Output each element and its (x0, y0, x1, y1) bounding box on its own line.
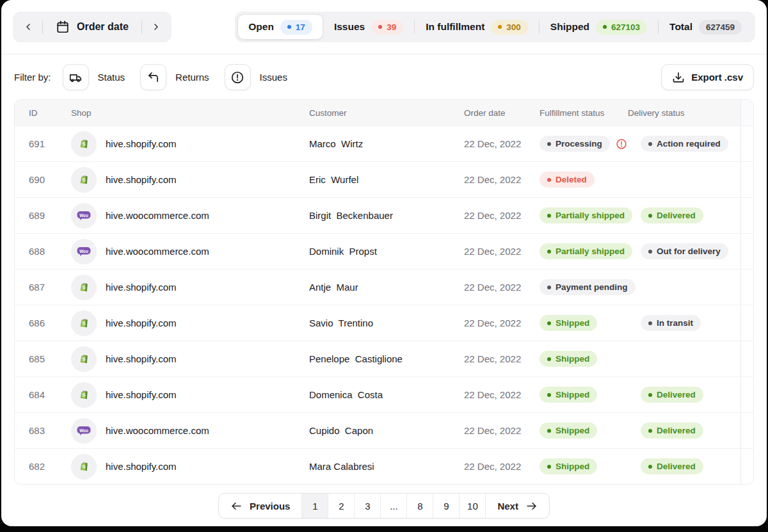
woocommerce-icon: Woo (76, 246, 92, 257)
shopify-icon: S (77, 316, 91, 330)
corner-up-left-icon (147, 70, 160, 84)
fulfillment-badge: Partially shipped (540, 243, 632, 259)
page-button[interactable]: 10 (459, 494, 485, 518)
page-button[interactable]: 3 (354, 494, 380, 518)
arrow-right-icon (525, 500, 538, 512)
tab-label: Total (669, 21, 692, 33)
customer-name: Eric Wurfel (309, 174, 464, 185)
pagination: Previous 123...8910 Next (218, 493, 550, 519)
customer-name: Domenica Costa (309, 389, 464, 400)
shop-avatar: S Woo (71, 239, 97, 264)
shop-avatar: S Woo (71, 275, 97, 300)
status-dot (648, 142, 652, 146)
order-date: 22 Dec, 2022 (464, 210, 540, 221)
order-date: 22 Dec, 2022 (464, 389, 540, 400)
shopify-icon: S (77, 173, 91, 186)
returns-filter-button[interactable] (140, 64, 166, 90)
row-gutter (740, 234, 753, 269)
row-gutter (740, 270, 753, 305)
calendar-icon (56, 20, 70, 34)
svg-text:S: S (82, 320, 86, 326)
row-gutter (740, 377, 753, 412)
status-filter-button[interactable] (63, 64, 89, 90)
count: 39 (387, 22, 396, 32)
svg-text:Woo: Woo (79, 248, 88, 253)
table-row[interactable]: 684 S Woo hive.shopify.com Domenica Cost… (15, 376, 753, 412)
status-dot (648, 214, 652, 218)
filter-by-label: Filter by: (14, 72, 51, 83)
page-button[interactable]: 1 (301, 494, 328, 518)
col-id: ID (15, 108, 60, 118)
table-header: ID Shop Customer Order date Fulfillment … (15, 100, 753, 125)
table-row[interactable]: 688 S Woo hive.woocommerce.com Dominik P… (15, 233, 753, 269)
previous-page-button[interactable]: Previous (219, 494, 301, 518)
tab-open[interactable]: Open 17 (237, 14, 323, 40)
order-id: 689 (15, 210, 60, 221)
status-dot (648, 429, 652, 433)
shop-domain: hive.shopify.com (106, 282, 177, 293)
chevron-right-icon (151, 22, 161, 32)
delivery-badge: Delivered (641, 387, 703, 403)
delivery-label: In transit (657, 318, 693, 328)
count: 300 (506, 22, 521, 32)
shopify-icon: S (77, 280, 91, 294)
delivery-badge: Action required (641, 136, 728, 152)
order-date: 22 Dec, 2022 (464, 318, 540, 328)
tab-shipped[interactable]: Shipped 627103 (540, 14, 658, 40)
table-row[interactable]: 687 S Woo hive.shopify.com Antje Maur 22… (15, 269, 753, 305)
svg-text:S: S (82, 284, 86, 290)
page-button[interactable]: 2 (328, 494, 354, 518)
svg-text:Woo: Woo (79, 428, 88, 432)
fulfillment-badge: Shipped (540, 458, 597, 474)
table-row[interactable]: 689 S Woo hive.woocommerce.com Birgit Be… (15, 197, 753, 233)
date-mode-label: Order date (77, 21, 129, 33)
delivery-label: Out for delivery (657, 246, 721, 256)
shop-avatar: S Woo (71, 454, 97, 480)
fulfillment-label: Partially shipped (556, 211, 625, 220)
truck-icon (68, 70, 83, 85)
fulfillment-label: Processing (556, 139, 602, 149)
order-date-button[interactable]: Order date (43, 20, 141, 34)
shop-avatar: S Woo (71, 167, 97, 193)
table-row[interactable]: 686 S Woo hive.shopify.com Savio Trentin… (15, 305, 753, 341)
previous-label: Previous (250, 501, 290, 512)
table-row[interactable]: 690 S Woo hive.shopify.com Eric Wurfel 2… (15, 161, 753, 197)
next-page-button[interactable]: Next (485, 494, 549, 518)
prev-date-button[interactable] (14, 12, 42, 42)
order-date: 22 Dec, 2022 (464, 282, 540, 293)
export-csv-button[interactable]: Export .csv (661, 64, 754, 90)
page-button[interactable]: 9 (433, 494, 459, 518)
shop-avatar: S Woo (71, 131, 97, 157)
header-gutter (740, 100, 753, 125)
export-label: Export .csv (691, 72, 743, 83)
svg-text:S: S (82, 141, 86, 147)
fulfillment-badge: Deleted (540, 172, 595, 188)
next-date-button[interactable] (142, 12, 170, 42)
shopify-icon: S (77, 460, 91, 473)
tab-in-fulfillment[interactable]: In fulfillment 300 (415, 14, 539, 40)
tab-label: In fulfillment (426, 21, 484, 33)
alert-icon (616, 138, 627, 150)
count: 627103 (611, 22, 640, 32)
order-date: 22 Dec, 2022 (464, 353, 540, 364)
fulfillment-label: Shipped (556, 354, 589, 364)
table-row[interactable]: 685 S Woo hive.shopify.com Penelope Cast… (15, 341, 753, 376)
tab-issues[interactable]: Issues 39 (323, 14, 414, 40)
status-dot (648, 393, 652, 397)
tab-total[interactable]: Total 627459 (659, 14, 753, 40)
page-button[interactable]: 8 (406, 494, 433, 518)
table-row[interactable]: 682 S Woo hive.shopify.com Mara Calabres… (15, 448, 753, 484)
fulfillment-label: Shipped (556, 390, 589, 399)
col-fulfillment-status: Fulfillment status (540, 108, 628, 118)
alert-circle-icon[interactable] (225, 64, 251, 90)
table-row[interactable]: 691 S Woo hive.shopify.com Marco Wirtz 2… (15, 125, 753, 161)
shop-avatar: S Woo (71, 346, 97, 372)
delivery-badge: In transit (641, 315, 701, 331)
fulfillment-label: Shipped (556, 462, 589, 471)
table-row[interactable]: 683 S Woo hive.woocommerce.com Cupido Ca… (15, 412, 753, 448)
delivery-badge: Out for delivery (641, 243, 728, 259)
filter-returns: Returns (140, 64, 209, 90)
issues-filter-label: Issues (260, 72, 287, 83)
customer-name: Birgit Beckenbauer (309, 210, 464, 221)
fulfillment-badge: Shipped (540, 387, 597, 403)
